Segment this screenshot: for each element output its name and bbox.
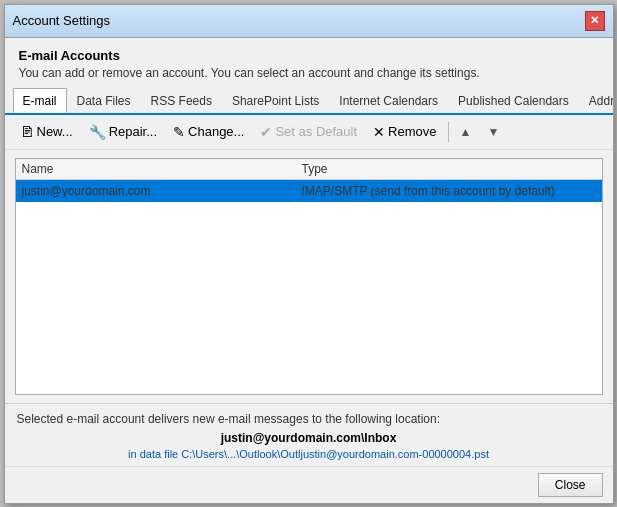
footer-section: Selected e-mail account delivers new e-m… — [5, 403, 613, 466]
set-default-icon: ✔ — [260, 124, 272, 140]
tab-bar: E-mail Data Files RSS Feeds SharePoint L… — [5, 88, 613, 115]
footer-path: in data file C:\Users\...\Outlook\Outlju… — [17, 448, 601, 460]
new-label: New... — [37, 124, 73, 139]
account-settings-dialog: Account Settings ✕ E-mail Accounts You c… — [4, 4, 614, 504]
title-bar: Account Settings ✕ — [5, 5, 613, 38]
set-default-button[interactable]: ✔ Set as Default — [253, 120, 364, 144]
repair-button[interactable]: 🔧 Repair... — [82, 120, 164, 144]
header-description: You can add or remove an account. You ca… — [19, 66, 599, 80]
tab-rss-feeds[interactable]: RSS Feeds — [141, 88, 222, 115]
change-icon: ✎ — [173, 124, 185, 140]
repair-icon: 🔧 — [89, 124, 106, 140]
footer-inbox: justin@yourdomain.com\Inbox — [17, 431, 601, 445]
col-name-header: Name — [22, 162, 302, 176]
title-close-button[interactable]: ✕ — [585, 11, 605, 31]
remove-icon: ✕ — [373, 124, 385, 140]
up-button[interactable]: ▲ — [453, 121, 479, 143]
remove-button[interactable]: ✕ Remove — [366, 120, 443, 144]
tab-internet-calendars[interactable]: Internet Calendars — [329, 88, 448, 115]
table-header: Name Type — [16, 159, 602, 180]
tab-address-books[interactable]: Address Books — [579, 88, 613, 115]
tab-data-files[interactable]: Data Files — [67, 88, 141, 115]
new-icon: 🖹 — [20, 124, 34, 140]
repair-label: Repair... — [109, 124, 157, 139]
down-button[interactable]: ▼ — [480, 121, 506, 143]
content-area: Name Type justin@yourdomain.com IMAP/SMT… — [5, 150, 613, 403]
set-default-label: Set as Default — [275, 124, 357, 139]
header-section: E-mail Accounts You can add or remove an… — [5, 38, 613, 88]
new-button[interactable]: 🖹 New... — [13, 120, 80, 144]
row-type: IMAP/SMTP (send from this account by def… — [302, 184, 596, 198]
toolbar-separator — [448, 122, 449, 142]
remove-label: Remove — [388, 124, 436, 139]
accounts-toolbar: 🖹 New... 🔧 Repair... ✎ Change... ✔ Set a… — [5, 115, 613, 150]
change-button[interactable]: ✎ Change... — [166, 120, 251, 144]
row-name: justin@yourdomain.com — [22, 184, 302, 198]
tab-email[interactable]: E-mail — [13, 88, 67, 115]
header-title: E-mail Accounts — [19, 48, 599, 63]
close-button[interactable]: Close — [538, 473, 603, 497]
tab-published-calendars[interactable]: Published Calendars — [448, 88, 579, 115]
col-type-header: Type — [302, 162, 596, 176]
table-row[interactable]: justin@yourdomain.com IMAP/SMTP (send fr… — [16, 180, 602, 202]
change-label: Change... — [188, 124, 244, 139]
dialog-title: Account Settings — [13, 13, 111, 28]
accounts-table: Name Type justin@yourdomain.com IMAP/SMT… — [15, 158, 603, 395]
tab-sharepoint-lists[interactable]: SharePoint Lists — [222, 88, 329, 115]
bottom-bar: Close — [5, 466, 613, 503]
footer-description: Selected e-mail account delivers new e-m… — [17, 412, 601, 426]
up-icon: ▲ — [460, 125, 472, 139]
down-icon: ▼ — [487, 125, 499, 139]
